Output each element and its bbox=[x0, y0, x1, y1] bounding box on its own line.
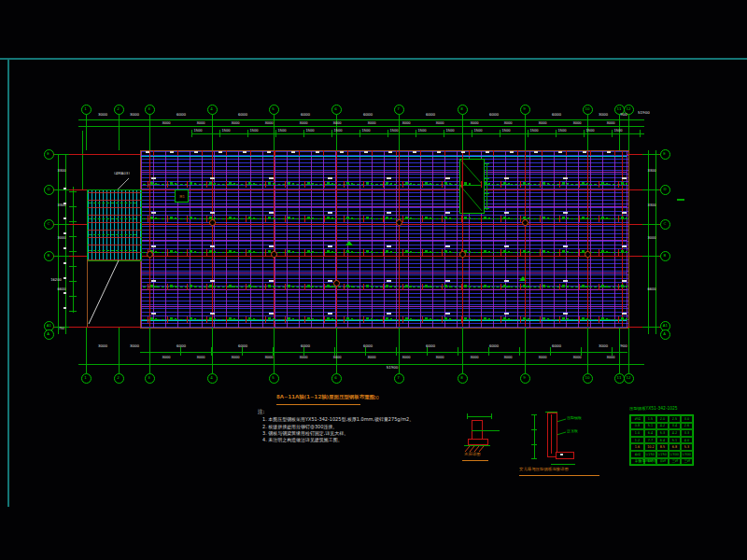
dim-tick bbox=[149, 347, 150, 356]
grid-bubble-label: A1 bbox=[662, 324, 667, 328]
stud-mark bbox=[248, 317, 251, 320]
stud-mark bbox=[547, 217, 549, 219]
stud-mark bbox=[190, 250, 192, 253]
dim-label: 3300 bbox=[647, 203, 655, 207]
dim-tick bbox=[427, 347, 428, 356]
title-underline bbox=[276, 404, 360, 405]
stud-tick bbox=[285, 249, 286, 256]
beam-tag-mark bbox=[269, 313, 274, 315]
dim-tick bbox=[642, 154, 659, 155]
dim-label: 3000 bbox=[402, 356, 410, 359]
column-grid-line bbox=[462, 151, 463, 327]
grid-bubble-left: A bbox=[44, 329, 54, 340]
stud-mark bbox=[464, 217, 467, 219]
grid-bubble-label: 3 bbox=[148, 376, 151, 380]
edge-tick bbox=[420, 150, 421, 156]
stud-mark bbox=[268, 182, 271, 185]
stud-mark bbox=[523, 317, 526, 320]
stud-mark bbox=[307, 317, 310, 320]
table-cell: 3.3 bbox=[681, 429, 693, 437]
dim-label: 3000 bbox=[333, 121, 342, 125]
stud-tick bbox=[246, 249, 247, 256]
dim-tick bbox=[388, 130, 388, 137]
detail-dim-tick bbox=[531, 444, 537, 445]
stud-mark bbox=[312, 217, 314, 219]
ramp-diagonal-line bbox=[89, 260, 119, 324]
dim-label: 1500 bbox=[277, 129, 286, 133]
stud-tick bbox=[265, 284, 266, 290]
stud-tick bbox=[206, 216, 207, 222]
column-ring-symbol bbox=[209, 219, 216, 226]
grid-stem bbox=[619, 328, 620, 373]
stud-mark bbox=[366, 182, 369, 185]
stud-mark bbox=[346, 250, 349, 253]
stud-mark bbox=[229, 217, 232, 219]
stud-mark bbox=[488, 183, 490, 185]
dim-label: 1500 bbox=[585, 129, 594, 133]
grid-stem bbox=[462, 115, 463, 150]
stud-mark bbox=[209, 285, 212, 287]
edge-mark bbox=[146, 151, 149, 153]
detail-caption: 女儿墙与压型钢板连接详图 bbox=[519, 468, 569, 471]
grid-stem bbox=[628, 115, 629, 150]
dim-label: 1500 bbox=[557, 129, 566, 133]
dim-tick bbox=[488, 347, 489, 356]
grid-bubble-top: 6 bbox=[331, 105, 342, 115]
stud-mark bbox=[488, 286, 490, 287]
stud-mark bbox=[567, 183, 569, 185]
grid-bubble-left: C bbox=[44, 219, 54, 230]
stud-mark bbox=[586, 286, 588, 287]
dim-tick bbox=[247, 130, 248, 137]
beam-tag-mark bbox=[504, 212, 509, 214]
beam-tag-mark bbox=[328, 313, 332, 315]
dim-tick bbox=[180, 347, 181, 356]
grid-bubble-label: 7 bbox=[398, 107, 401, 111]
edge-mark bbox=[340, 151, 344, 153]
table-cell: 2.0 bbox=[656, 415, 669, 423]
annex-leader-line bbox=[118, 178, 129, 189]
stud-tick bbox=[187, 181, 188, 188]
stud-mark bbox=[621, 285, 624, 287]
stud-mark bbox=[586, 318, 588, 320]
stud-mark bbox=[601, 285, 604, 287]
dim-label: 3000 bbox=[504, 121, 513, 125]
stud-mark bbox=[503, 182, 506, 185]
stud-mark bbox=[543, 285, 545, 287]
grid-bubble-bottom: 10 bbox=[583, 373, 593, 384]
grid-bubble-label: 12 bbox=[626, 376, 630, 380]
dim-tick bbox=[211, 347, 212, 356]
stud-tick bbox=[481, 284, 482, 290]
stud-mark bbox=[331, 286, 333, 287]
stud-tick bbox=[206, 316, 207, 323]
stud-mark bbox=[508, 183, 510, 185]
stud-mark bbox=[229, 285, 232, 287]
stud-mark bbox=[288, 182, 290, 185]
stud-tick bbox=[618, 284, 619, 290]
beam-tag-mark bbox=[328, 280, 332, 282]
stud-mark bbox=[273, 183, 275, 185]
stud-tick bbox=[344, 249, 345, 256]
stud-tick bbox=[344, 316, 345, 323]
stud-mark bbox=[547, 183, 549, 185]
stud-mark bbox=[194, 318, 196, 320]
stud-mark bbox=[484, 317, 486, 320]
detail-label: 压型钢板 bbox=[567, 416, 582, 420]
dim-tick bbox=[69, 266, 77, 267]
beam-tag-mark bbox=[210, 245, 215, 247]
detail-dim-tick bbox=[467, 413, 468, 419]
edge-tick bbox=[250, 150, 251, 156]
stud-tick bbox=[442, 249, 443, 256]
mini-mark bbox=[63, 247, 66, 249]
stud-mark bbox=[503, 217, 506, 219]
dim-label: 1500 bbox=[529, 129, 538, 133]
stud-mark bbox=[405, 182, 408, 185]
beam-tag-mark bbox=[387, 313, 391, 315]
stud-mark bbox=[194, 217, 196, 219]
grid-bubble-label: E bbox=[664, 152, 667, 156]
stud-mark bbox=[253, 286, 255, 287]
stud-mark bbox=[390, 183, 392, 185]
note-line: 3. 钢板与钢梁翼缘用栓钉固定,详见大样。 bbox=[262, 431, 348, 436]
stud-mark bbox=[386, 250, 388, 253]
stud-tick bbox=[206, 249, 207, 256]
dim-label: 3000 bbox=[162, 356, 171, 359]
